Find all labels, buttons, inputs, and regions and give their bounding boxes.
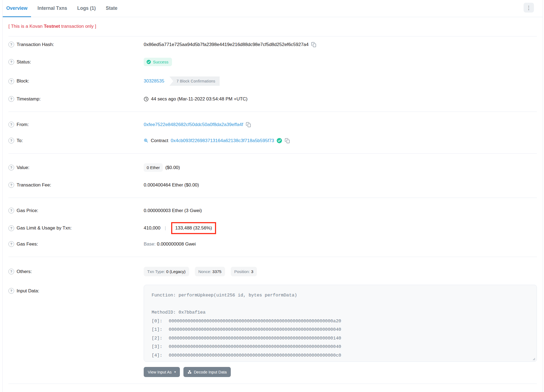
transaction-hash-value: 0x86ed5a771e725aa94d5b7fa2398e4419e216d8… <box>144 42 309 47</box>
transaction-fee-value: 0.000400464 Ether ($0.00) <box>144 182 199 188</box>
position-badge: Position: 3 <box>231 267 257 276</box>
row-block: ? Block: 30328535 7 Block Confirmations <box>8 71 537 91</box>
timestamp-value: 44 secs ago (Mar-11-2022 03:54:48 PM +UT… <box>151 96 248 102</box>
input-word-row: [1]:000000000000000000000000000000000000… <box>152 325 529 334</box>
block-confirmations-badge: 7 Block Confirmations <box>170 76 220 86</box>
input-word-row: [2]:000000000000000000000000000000000000… <box>152 334 529 343</box>
chevron-down-icon: ▾ <box>174 370 176 374</box>
copy-from-address-button[interactable] <box>246 122 251 127</box>
zoom-in-icon <box>144 138 148 143</box>
row-label: Status: <box>17 59 31 65</box>
value-amount-badge: 0 Ether <box>144 163 163 172</box>
row-label: Gas Limit & Usage by Txn: <box>17 225 72 231</box>
help-icon[interactable]: ? <box>8 59 14 65</box>
row-label: Input Data: <box>17 288 39 294</box>
txn-type-badge: Txn Type: 0 (Legacy) <box>144 267 189 276</box>
row-label: From: <box>17 122 29 127</box>
row-gas-price: ? Gas Price: 0.000000003 Ether (3 Gwei) <box>8 203 537 219</box>
gas-limit-value: 410,000 <box>144 225 160 231</box>
row-label: Gas Fees: <box>17 241 38 247</box>
row-to: ? To: Contract 0x4cb093f226983713164a621… <box>8 133 537 149</box>
to-type-label: Contract <box>151 138 168 143</box>
verified-check-icon <box>276 138 282 143</box>
row-label: Value: <box>17 165 29 170</box>
tab-state[interactable]: State <box>102 0 121 17</box>
row-gas-fees: ? Gas Fees: Base: 0.000000008 Gwei <box>8 238 537 252</box>
cubes-icon <box>188 370 192 374</box>
resize-handle[interactable] <box>532 357 535 360</box>
help-icon[interactable]: ? <box>8 165 14 170</box>
row-transaction-fee: ? Transaction Fee: 0.000400464 Ether ($0… <box>8 177 537 193</box>
copy-to-address-button[interactable] <box>285 138 290 143</box>
input-data-textarea[interactable]: Function: performUpkeep(uint256 id, byte… <box>144 285 537 362</box>
help-icon[interactable]: ? <box>8 241 14 247</box>
input-data-actions: View Input As ▾ Decode Input Data <box>144 367 537 377</box>
help-icon[interactable]: ? <box>8 96 14 102</box>
divider <box>8 384 537 384</box>
help-icon[interactable]: ? <box>8 288 14 294</box>
row-timestamp: ? Timestamp: 44 secs ago (Mar-11-2022 03… <box>8 91 537 107</box>
nonce-badge: Nonce: 3375 <box>195 267 225 276</box>
tab-overview[interactable]: Overview <box>3 0 31 17</box>
from-address-link[interactable]: 0xfee7522e8482682cf50ddc50a0f8da2a39effa… <box>144 122 243 127</box>
row-transaction-hash: ? Transaction Hash: 0x86ed5a771e725aa94d… <box>8 36 537 53</box>
input-word-row: [5]:000000000000000000000000000000000000… <box>152 360 529 362</box>
row-label: Others: <box>17 269 32 274</box>
row-status: ? Status: Success <box>8 53 537 71</box>
row-label: Transaction Fee: <box>17 182 51 188</box>
gas-fees-base-value: 0.000000008 Gwei <box>157 241 196 247</box>
row-label: Block: <box>17 78 29 84</box>
row-input-data: ? Input Data: Function: performUpkeep(ui… <box>8 281 537 377</box>
block-number-link[interactable]: 30328535 <box>144 78 164 84</box>
gas-usage-value: 133,488 (32.56%) <box>175 225 212 231</box>
help-icon[interactable]: ? <box>8 225 14 231</box>
to-address-link[interactable]: 0x4cb093f226983713164a62138c3f718a5b595f… <box>171 138 274 143</box>
row-label: Transaction Hash: <box>17 42 54 47</box>
value-usd: ($0.00) <box>165 165 180 170</box>
row-others: ? Others: Txn Type: 0 (Legacy) Nonce: 33… <box>8 262 537 281</box>
help-icon[interactable]: ? <box>8 122 14 127</box>
tab-logs[interactable]: Logs (1) <box>74 0 99 17</box>
help-icon[interactable]: ? <box>8 208 14 213</box>
input-blank-line <box>152 300 529 308</box>
help-icon[interactable]: ? <box>8 269 14 274</box>
copy-txhash-button[interactable] <box>311 42 316 47</box>
row-from: ? From: 0xfee7522e8482682cf50ddc50a0f8da… <box>8 117 537 133</box>
row-gas-limit-usage: ? Gas Limit & Usage by Txn: 410,000 | 13… <box>8 219 537 238</box>
help-icon[interactable]: ? <box>8 42 14 47</box>
gas-fees-base-label: Base: <box>144 241 155 247</box>
divider <box>8 153 537 154</box>
kebab-icon: ⋮ <box>526 5 531 11</box>
clock-icon <box>144 97 149 102</box>
row-label: To: <box>17 138 23 143</box>
view-input-as-button[interactable]: View Input As ▾ <box>144 367 180 377</box>
input-word-row: [3]:000000000000000000000000000000000000… <box>152 342 529 351</box>
row-value: ? Value: 0 Ether ($0.00) <box>8 158 537 177</box>
help-icon[interactable]: ? <box>8 138 14 143</box>
row-label: Timestamp: <box>17 96 41 102</box>
copy-icon <box>285 138 290 143</box>
input-function-line: Function: performUpkeep(uint256 id, byte… <box>152 291 529 300</box>
divider <box>8 198 537 198</box>
divider <box>8 112 537 112</box>
tab-bar: Overview Internal Txns Logs (1) State ⋮ <box>3 0 543 17</box>
transaction-detail-card: Overview Internal Txns Logs (1) State ⋮ … <box>2 0 543 392</box>
input-word-row: [0]:000000000000000000000000000000000000… <box>152 317 529 326</box>
decode-input-data-button[interactable]: Decode Input Data <box>183 367 231 377</box>
status-badge: Success <box>144 58 172 66</box>
check-circle-icon <box>146 60 151 64</box>
copy-icon <box>246 122 251 127</box>
input-word-row: [4]:000000000000000000000000000000000000… <box>152 351 529 360</box>
help-icon[interactable]: ? <box>8 78 14 84</box>
tab-internal-txns[interactable]: Internal Txns <box>34 0 71 17</box>
help-icon[interactable]: ? <box>8 182 14 188</box>
divider <box>8 257 537 257</box>
row-label: Gas Price: <box>17 208 38 213</box>
separator: | <box>163 225 168 231</box>
gas-price-value: 0.000000003 Ether (3 Gwei) <box>144 208 202 213</box>
gas-usage-highlight: 133,488 (32.56%) <box>171 222 216 234</box>
input-methodid-line: MethodID: 0x7bbaf1ea <box>152 308 529 317</box>
testnet-warning: [ This is a Kovan Testnet transaction on… <box>8 17 537 36</box>
copy-icon <box>311 42 316 47</box>
more-options-button[interactable]: ⋮ <box>524 3 534 13</box>
